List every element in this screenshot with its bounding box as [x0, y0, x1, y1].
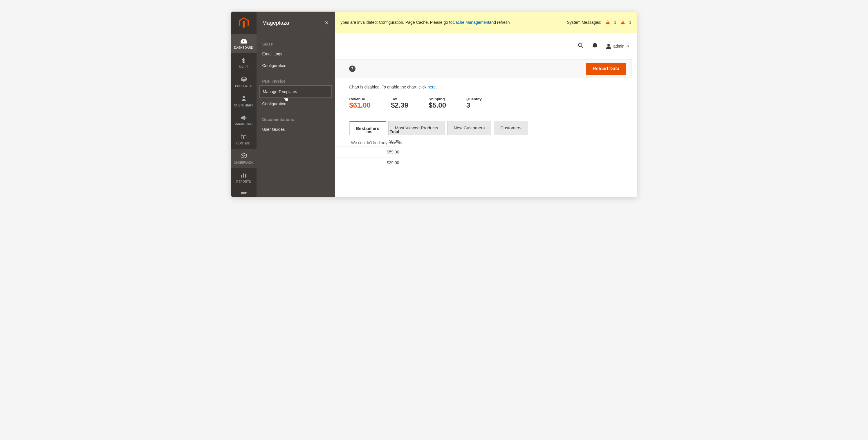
metric-value: $5.00 [429, 101, 446, 109]
flyout-link-user-guides[interactable]: User Guides [259, 124, 332, 135]
sysmsg-count-1[interactable]: 1 [614, 20, 616, 25]
metric-value: $2.39 [391, 101, 408, 109]
close-icon[interactable]: ✕ [324, 20, 329, 26]
sidebar-item-mageplaza[interactable]: MAGEPLAZA [231, 149, 256, 168]
layout-icon [241, 134, 246, 141]
chart-note-prefix: Chart is disabled. To enable the chart, … [349, 85, 428, 89]
package-icon [241, 153, 247, 160]
metric-value: 3 [466, 101, 482, 109]
warning-icon[interactable] [620, 20, 625, 24]
bell-icon[interactable] [592, 43, 597, 50]
metric-shipping: Shipping $5.00 [429, 97, 446, 109]
sidebar-item-products[interactable]: PRODUCTS [231, 72, 256, 92]
flyout-link-email-logs[interactable]: Email Logs [259, 48, 332, 60]
metric-value: $61.00 [349, 101, 371, 109]
dollar-icon: $ [242, 58, 245, 64]
sidebar-label: DASHBOARD [234, 46, 253, 49]
svg-line-8 [582, 46, 583, 48]
user-icon [606, 43, 611, 49]
admin-username: admin [613, 44, 624, 48]
reload-data-button[interactable]: Reload Data [586, 63, 626, 75]
store-icon [241, 192, 247, 197]
box-icon [241, 76, 247, 83]
bar-chart-icon [241, 172, 246, 179]
sidebar-item-sales[interactable]: $ SALES [231, 54, 256, 72]
metrics-row: Revenue $61.00 Tax $2.39 Shipping $5.00 … [349, 97, 631, 109]
admin-sidebar: DASHBOARD $ SALES PRODUCTS CUSTOMERS MAR… [231, 11, 256, 197]
tab-customers[interactable]: Customers [494, 121, 528, 135]
sysmsg-link[interactable]: Cache Management [453, 20, 489, 25]
metric-label: Shipping [429, 97, 446, 101]
metric-tax: Tax $2.39 [391, 97, 408, 109]
sysmsg-text-suffix: and refresh [489, 20, 510, 25]
cell-value: $29.00 [387, 160, 399, 165]
person-icon [242, 95, 246, 103]
megaphone-icon [241, 115, 247, 122]
search-icon[interactable] [578, 43, 584, 50]
col-header: ms [367, 129, 372, 134]
svg-point-9 [608, 44, 610, 46]
sidebar-item-marketing[interactable]: MARKETING [231, 111, 256, 130]
svg-point-0 [243, 96, 245, 98]
cell-value: $0.00 [389, 139, 399, 143]
admin-window: DASHBOARD $ SALES PRODUCTS CUSTOMERS MAR… [231, 11, 637, 197]
sidebar-item-reports[interactable]: REPORTS [231, 168, 256, 188]
sidebar-label: CUSTOMERS [234, 104, 253, 107]
sysmsg-count-2[interactable]: 1 [629, 20, 631, 25]
tab-new-customers[interactable]: New Customers [447, 121, 492, 135]
flyout-panel: Mageplaza ✕ SMTP Email Logs Configuratio… [256, 11, 335, 197]
svg-point-7 [578, 43, 582, 47]
metric-label: Revenue [349, 97, 371, 101]
chart-note-suffix: . [436, 85, 437, 89]
caret-down-icon: ▼ [627, 45, 630, 48]
sidebar-item-dashboard[interactable]: DASHBOARD [231, 34, 256, 54]
help-icon[interactable]: ? [349, 66, 355, 72]
svg-rect-5 [243, 173, 244, 177]
sidebar-label: SALES [239, 65, 249, 68]
sidebar-label: CONTENT [236, 142, 251, 145]
flyout-link-smtp-config[interactable]: Configuration [259, 60, 332, 71]
warning-icon[interactable] [606, 20, 610, 24]
sidebar-label: REPORTS [236, 180, 251, 183]
gauge-icon [241, 38, 247, 45]
chart-enable-link[interactable]: here [428, 85, 436, 89]
sysmsg-label: System Messages: [567, 20, 601, 25]
metric-quantity: Quantity 3 [466, 97, 482, 109]
sysmsg-text-prefix: ypes are invalidated: Configuration, Pag… [341, 20, 453, 25]
sidebar-item-stores[interactable]: STORES [231, 188, 256, 197]
flyout-title: Mageplaza [262, 20, 289, 26]
metric-revenue: Revenue $61.00 [349, 97, 371, 109]
sidebar-label: PRODUCTS [235, 84, 252, 88]
sidebar-label: MAGEPLAZA [235, 161, 253, 164]
svg-rect-6 [245, 174, 246, 177]
chart-disabled-note: Chart is disabled. To enable the chart, … [349, 85, 631, 89]
metric-label: Tax [391, 97, 408, 101]
orders-table-peek: ms Total $0.00 $59.00 $29.00 [336, 128, 399, 168]
magento-logo-icon [239, 18, 249, 28]
flyout-link-pdf-config[interactable]: Configuration [259, 98, 332, 110]
metric-label: Quantity [466, 97, 482, 101]
flyout-link-manage-templates[interactable]: Manage Templates [259, 85, 332, 98]
admin-account-dropdown[interactable]: admin ▼ [606, 43, 629, 49]
flyout-group-docs: Documentations [262, 117, 329, 122]
sidebar-label: MARKETING [235, 123, 252, 126]
magento-logo[interactable] [231, 11, 256, 34]
sidebar-item-customers[interactable]: CUSTOMERS [231, 92, 256, 111]
flyout-link-label: Manage Templates [263, 89, 297, 94]
flyout-group-smtp: SMTP [262, 42, 329, 46]
col-header: Total [390, 129, 399, 134]
sidebar-item-content[interactable]: CONTENT [231, 130, 256, 149]
cell-value: $59.00 [387, 150, 399, 154]
svg-rect-4 [241, 175, 242, 177]
flyout-group-pdf-invoice: PDF Invoice [262, 79, 329, 83]
